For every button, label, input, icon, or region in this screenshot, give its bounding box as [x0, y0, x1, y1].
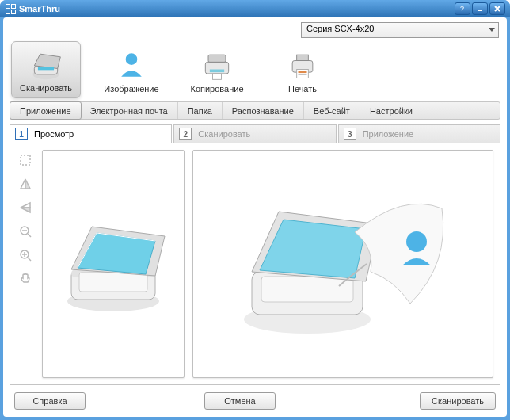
flip-h-icon[interactable] — [18, 177, 32, 191]
app-window: SmarThru ? Серия SCX-4x20 Сканировать — [0, 0, 510, 420]
svg-rect-28 — [79, 273, 147, 292]
steptab-scan[interactable]: 2 Сканировать — [173, 124, 336, 143]
steptab-application[interactable]: 3 Приложение — [338, 124, 500, 143]
step-number: 1 — [15, 128, 28, 140]
svg-rect-17 — [21, 155, 30, 165]
svg-point-32 — [406, 231, 427, 252]
svg-rect-11 — [213, 74, 222, 79]
svg-rect-15 — [299, 71, 307, 73]
main-button-label: Печать — [269, 84, 336, 94]
subtab-website[interactable]: Веб-сайт — [304, 102, 360, 119]
app-icon — [5, 3, 16, 14]
preview-panel — [42, 150, 185, 378]
svg-rect-6 — [38, 67, 54, 71]
svg-rect-10 — [210, 70, 224, 73]
footer: Справка Отмена Сканировать — [3, 385, 507, 417]
person-icon — [98, 48, 165, 82]
minimize-button[interactable] — [472, 2, 488, 15]
subtab-settings[interactable]: Настройки — [360, 102, 422, 119]
pan-icon[interactable] — [18, 272, 32, 286]
client-area: Серия SCX-4x20 Сканировать Изображение — [3, 17, 507, 417]
help-button[interactable]: ? — [455, 2, 470, 15]
svg-line-22 — [28, 258, 31, 261]
step-tabs: 1 Просмотр 2 Сканировать 3 Приложение — [10, 124, 500, 143]
main-button-copy[interactable]: Копирование — [182, 43, 252, 98]
device-selected-label: Серия SCX-4x20 — [306, 24, 374, 33]
subtab-folder[interactable]: Папка — [178, 102, 223, 119]
scan-workflow-image — [212, 177, 474, 351]
close-button[interactable] — [489, 2, 505, 15]
scan-button[interactable]: Сканировать — [420, 392, 496, 410]
main-button-scan[interactable]: Сканировать — [11, 41, 81, 98]
main-button-print[interactable]: Печать — [268, 43, 337, 98]
sub-tabs: Приложение Электронная почта Папка Распо… — [10, 101, 500, 120]
flip-v-icon[interactable] — [18, 200, 32, 215]
stage-panel — [192, 150, 493, 378]
copier-icon — [184, 48, 250, 82]
svg-rect-16 — [299, 74, 307, 75]
content-area — [10, 143, 500, 385]
side-tools — [17, 150, 34, 378]
main-button-label: Сканировать — [13, 83, 78, 93]
main-button-label: Копирование — [184, 84, 250, 94]
titlebar[interactable]: SmarThru ? — [0, 0, 510, 17]
zoom-out-icon[interactable] — [18, 224, 32, 239]
svg-rect-13 — [297, 55, 309, 60]
subtab-ocr[interactable]: Распознавание — [223, 102, 304, 119]
subtab-application[interactable]: Приложение — [10, 101, 82, 120]
step-label: Сканировать — [198, 129, 250, 139]
zoom-in-icon[interactable] — [18, 248, 32, 262]
svg-text:?: ? — [460, 5, 464, 13]
window-title: SmarThru — [19, 4, 455, 13]
device-select[interactable]: Серия SCX-4x20 — [301, 22, 499, 38]
scanner-preview-image — [54, 212, 173, 315]
scanner-icon — [13, 47, 78, 82]
step-label: Приложение — [363, 129, 414, 139]
svg-point-7 — [126, 53, 138, 65]
steptab-preview[interactable]: 1 Просмотр — [10, 124, 172, 143]
svg-rect-9 — [208, 55, 226, 62]
printer-icon — [269, 48, 336, 82]
main-button-image[interactable]: Изображение — [97, 43, 166, 98]
subtab-email[interactable]: Электронная почта — [81, 102, 178, 119]
svg-rect-31 — [261, 277, 353, 302]
crop-icon[interactable] — [18, 153, 32, 167]
main-toolbar: Сканировать Изображение Копирование Печа… — [3, 38, 507, 98]
cancel-button[interactable]: Отмена — [204, 392, 276, 410]
help-button-footer[interactable]: Справка — [14, 392, 86, 410]
svg-line-19 — [28, 234, 31, 237]
step-number: 2 — [179, 128, 192, 140]
step-number: 3 — [344, 128, 356, 140]
main-button-label: Изображение — [98, 84, 165, 94]
step-label: Просмотр — [34, 129, 74, 139]
